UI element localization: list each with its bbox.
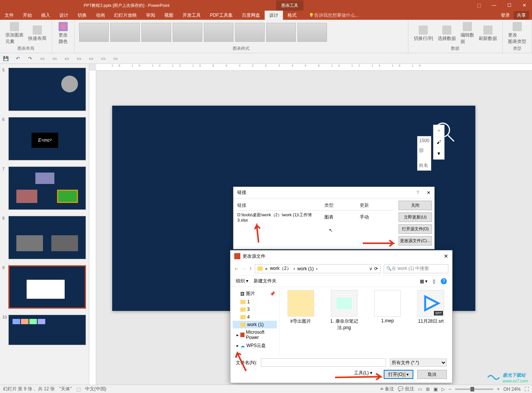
slide-thumb-8[interactable]: 8 <box>8 216 86 259</box>
notes-button[interactable]: ≐ 备注 <box>380 386 394 392</box>
qat-icon[interactable]: ▭ <box>112 55 119 62</box>
chart-style-6[interactable] <box>235 23 265 42</box>
up-icon[interactable]: ↑ <box>249 266 252 271</box>
tab-chart-design[interactable]: 设计 <box>265 11 283 20</box>
tab-slideshow[interactable]: 幻灯片放映 <box>110 11 141 20</box>
close-icon[interactable]: ✕ <box>517 0 532 11</box>
chart-filter-icon[interactable]: ▼ <box>434 148 444 159</box>
help-icon[interactable]: ? <box>441 278 447 284</box>
slide-thumb-6[interactable]: 6E=mc² <box>8 117 86 160</box>
maximize-icon[interactable]: ☐ <box>502 0 517 11</box>
chart-style-8[interactable] <box>297 23 327 42</box>
open-source-button[interactable]: 打开源文件(O) <box>399 224 432 234</box>
qat-icon[interactable]: ▭ <box>100 55 106 62</box>
chart-style-1[interactable] <box>79 23 109 42</box>
refresh-data-button[interactable]: 刷新数据 <box>476 21 499 46</box>
breadcrumb[interactable]: « work（2） › work (1) › v ⟳ <box>255 264 381 273</box>
filename-input[interactable] <box>261 358 386 367</box>
chart-style-5[interactable] <box>204 23 233 42</box>
tab-transitions[interactable]: 切换 <box>73 11 91 20</box>
tab-review[interactable]: 审阅 <box>141 11 160 20</box>
tab-format[interactable]: 格式 <box>283 11 301 20</box>
tab-developer[interactable]: 开发工具 <box>178 11 205 20</box>
switch-row-col-button[interactable]: 切换行/列 <box>411 21 435 46</box>
qat-icon[interactable]: ▭ <box>51 55 58 62</box>
tree-work1[interactable]: work (1) <box>233 321 277 328</box>
zoom-slider[interactable] <box>455 388 493 390</box>
quick-layout-button[interactable]: 快速布局 <box>26 21 49 46</box>
tab-view[interactable]: 视图 <box>160 11 178 20</box>
save-icon[interactable]: 💾 <box>2 55 9 62</box>
language[interactable]: 中文(中国) <box>85 386 106 392</box>
slide-count[interactable]: 幻灯片 第 9 张， 共 12 张 <box>3 386 55 392</box>
tree-item[interactable]: 3 <box>233 306 277 313</box>
forward-icon[interactable]: → <box>242 266 246 271</box>
sorter-view-icon[interactable]: ⊞ <box>426 387 430 392</box>
zoom-out-icon[interactable]: − <box>449 387 451 392</box>
tab-pdf[interactable]: PDF工具集 <box>205 11 237 20</box>
add-chart-element-button[interactable]: 添加图表 元素 <box>3 21 26 46</box>
reading-view-icon[interactable]: ▣ <box>434 387 438 392</box>
chart-style-2[interactable] <box>110 23 140 42</box>
slide-thumb-10[interactable]: 10 <box>8 315 86 345</box>
open-button[interactable]: 打开(O) │▾ <box>384 370 413 379</box>
chart-brush-icon[interactable]: 🖌 <box>434 136 444 148</box>
file-item[interactable]: 1.mep <box>369 290 406 352</box>
back-icon[interactable]: ← <box>234 266 239 271</box>
spellcheck-icon[interactable]: ⬚ <box>76 387 81 392</box>
tree-item[interactable]: 1 <box>233 298 277 306</box>
tree-item[interactable]: 4 <box>233 313 277 321</box>
qat-icon[interactable]: ▭ <box>87 55 94 62</box>
change-chart-type-button[interactable]: 更改 图表类型 <box>506 21 529 46</box>
tree-pictures[interactable]: 🖼 图片📌 <box>233 289 277 298</box>
slide-thumb-5[interactable]: 5 <box>8 68 86 111</box>
slide-thumb-7[interactable]: 7 <box>8 166 86 210</box>
file-item[interactable]: SRT11月28日.srt <box>413 290 449 352</box>
file-item[interactable]: 1. 康奈尔笔记法.png <box>326 290 362 352</box>
tab-insert[interactable]: 插入 <box>37 11 55 20</box>
redo-icon[interactable]: ↷ <box>27 55 33 62</box>
slideshow-view-icon[interactable]: ▷ <box>441 387 445 392</box>
qat-icon[interactable]: ▭ <box>75 55 82 62</box>
select-data-button[interactable]: 选择数据 <box>435 21 458 46</box>
slide-thumbnails-panel[interactable]: 5 6E=mc² 7 8 9 10 <box>0 64 89 385</box>
share-button[interactable]: 共享 <box>514 11 529 20</box>
preview-icon[interactable]: ▯ <box>433 279 435 284</box>
tab-home[interactable]: 开始 <box>18 11 37 20</box>
edit-data-button[interactable]: 编辑数 据 <box>458 21 476 46</box>
tell-me[interactable]: 💡 告诉我您想要做什么... <box>309 12 359 19</box>
minimize-icon[interactable]: — <box>486 0 502 11</box>
file-item[interactable]: lr导出图片 <box>283 290 319 352</box>
close-icon[interactable]: ✕ <box>427 190 430 195</box>
chart-style-7[interactable] <box>266 23 296 42</box>
tree-wps[interactable]: ▸ ☁ WPS云盘 <box>233 341 277 350</box>
ribbon-options-icon[interactable]: ⬚ <box>471 0 486 11</box>
qat-icon[interactable]: ▭ <box>39 55 46 62</box>
login-link[interactable]: 登录 <box>501 12 510 19</box>
change-source-button[interactable]: 更改源文件(C)... <box>399 236 432 246</box>
chart-style-3[interactable] <box>141 23 171 42</box>
zoom-level[interactable]: OH 24% <box>503 387 521 392</box>
help-icon[interactable]: ? <box>416 190 419 195</box>
qat-icon[interactable]: ▭ <box>63 55 70 62</box>
organize-button[interactable]: 组织 ▾ <box>236 278 248 284</box>
cancel-button[interactable]: 取消 <box>417 370 447 379</box>
file-filter-select[interactable]: 所有文件 (*.*) <box>390 358 447 367</box>
search-input[interactable]: 🔍 在 work (1) 中搜索 <box>384 264 448 273</box>
tab-baidu[interactable]: 百度网盘 <box>237 11 265 20</box>
tab-design[interactable]: 设计 <box>55 11 73 20</box>
tab-file[interactable]: 文件 <box>0 11 18 20</box>
tab-animations[interactable]: 动画 <box>91 11 110 20</box>
chart-plus-icon[interactable]: ＋ <box>434 125 444 136</box>
view-icon[interactable]: ▦ ▾ <box>420 279 427 284</box>
fit-icon[interactable]: ⛶ <box>524 387 529 392</box>
change-colors-button[interactable]: 更改 颜色 <box>55 21 71 46</box>
undo-icon[interactable]: ↶ <box>14 55 21 62</box>
refresh-icon[interactable]: ⟳ <box>374 266 378 271</box>
close-button[interactable]: 关闭 <box>399 201 432 210</box>
comments-button[interactable]: 💬 批注 <box>398 386 414 392</box>
chart-style-4[interactable] <box>173 23 202 42</box>
update-now-button[interactable]: 立即更新(U) <box>399 212 432 222</box>
normal-view-icon[interactable]: ▭ <box>418 387 422 392</box>
zoom-in-icon[interactable]: + <box>497 387 500 392</box>
